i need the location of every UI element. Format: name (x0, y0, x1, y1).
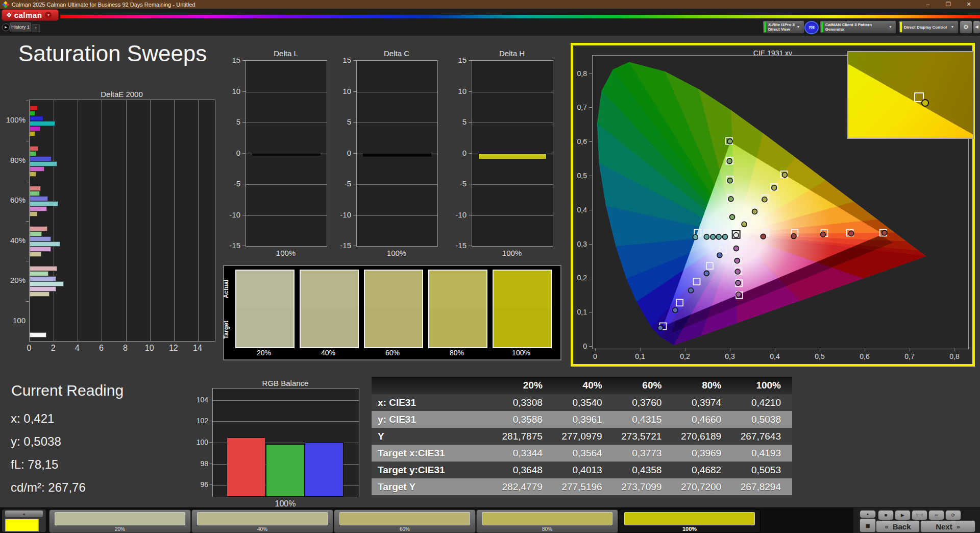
swatch-label: 100% (493, 349, 550, 357)
loop-continuous-button[interactable]: ∞ (928, 510, 944, 520)
table-cell: 281,7875 (494, 431, 554, 442)
gridline (246, 215, 327, 216)
x-tick (954, 348, 955, 351)
y-tick-label: 0 (446, 149, 467, 157)
y-tick (589, 107, 592, 108)
deltae-bar-60%-0 (30, 186, 41, 191)
step-pattern-button[interactable]: ⊢⊣ (912, 510, 927, 520)
swatch-40% (300, 270, 359, 348)
y-tick (353, 122, 356, 123)
table-column-header: 60% (614, 380, 673, 391)
table-cell: 0,4660 (673, 414, 732, 425)
table-cell: 273,7099 (614, 481, 673, 493)
measured-marker-blue (658, 325, 663, 330)
x-tick (685, 348, 685, 351)
measured-marker-yellow (782, 172, 787, 177)
minimize-button[interactable]: – (918, 0, 938, 9)
gridline (213, 421, 359, 422)
refresh-button[interactable]: ⟳ (945, 510, 961, 520)
swatch-60% (364, 270, 423, 348)
window-titlebar: Calman 2025 Calman Ultimate for Business… (0, 0, 980, 9)
rgb-bar-green (266, 444, 305, 497)
table-cell: 0,3540 (554, 397, 614, 408)
y-tick (589, 141, 592, 142)
pattern-generator-button[interactable]: CalMAN Client 3 Pattern Generator ▼ (820, 20, 896, 34)
y-tick (589, 74, 592, 74)
measured-marker-cyan (716, 234, 721, 239)
chevron-down-icon: ▼ (887, 23, 894, 31)
y-tick (469, 60, 472, 61)
table-cell: 0,3588 (494, 414, 554, 425)
rgb-bar-blue (305, 442, 344, 497)
y-tick (589, 346, 592, 347)
stop-pattern-button[interactable]: ■ (860, 518, 876, 532)
gridline (246, 184, 327, 185)
chevron-down-icon: ▼ (45, 12, 52, 18)
expand-up-button[interactable]: ▲ (860, 510, 876, 518)
measured-marker-red (820, 232, 825, 237)
close-button[interactable]: ✕ (959, 0, 979, 9)
measured-marker-magenta (736, 292, 741, 297)
row-label: Target Y (372, 481, 494, 493)
display-control-button[interactable]: Direct Display Control ▼ (898, 20, 959, 34)
back-label: Back (893, 522, 911, 531)
measured-marker-cyan (722, 234, 727, 239)
pattern-level-button-100%[interactable]: 100% (619, 510, 761, 533)
gridline (150, 100, 151, 341)
maximize-button[interactable]: ❐ (938, 0, 959, 9)
table-column-header: 20% (494, 380, 554, 391)
meter-mode: Direct View (768, 27, 795, 32)
next-button[interactable]: Next » (920, 520, 975, 532)
meter-badge: 708 (804, 21, 819, 34)
group-label: 20% (0, 276, 26, 284)
table-cell: 270,6189 (673, 431, 732, 442)
y-tick-label: 96 (188, 480, 208, 489)
pattern-level-button-60%[interactable]: 60% (334, 510, 476, 533)
pattern-level-label: 100% (619, 526, 760, 532)
table-cell: 282,4779 (494, 481, 554, 493)
delta-h-category: 100% (472, 249, 552, 257)
x-tick-label: 0,3 (720, 352, 740, 360)
table-cell: 0,4358 (614, 465, 673, 476)
x-tick-label: 8 (118, 344, 133, 353)
target-row-label: Target (223, 321, 230, 339)
swatch-label: 20% (235, 349, 292, 357)
pattern-level-button-40%[interactable]: 40% (191, 510, 333, 533)
display-status-stripe (900, 22, 902, 32)
play-icon-button[interactable]: ▶ (895, 510, 911, 520)
measured-marker-blue (689, 288, 694, 293)
table-cell: 0,4682 (673, 465, 732, 476)
deltae-bar-60%-1 (30, 191, 40, 196)
table-row: Target y:CIE310,36480,40130,43580,46820,… (372, 462, 792, 478)
y-tick-label: 104 (188, 396, 208, 404)
table-cell: 0,3974 (673, 397, 732, 408)
app-header: ❖ calman ▼ ▶ History 1 + X-Rite i1Pro 3 … (0, 9, 980, 36)
expand-up-button[interactable]: ▲ (5, 511, 43, 517)
tab-history-1[interactable]: History 1 (10, 22, 31, 32)
y-tick-label: 5 (331, 117, 351, 126)
gridline (198, 100, 199, 341)
settings-gear-button[interactable]: ⚙ (960, 20, 972, 34)
deltae2000-chart-title: DeltaE 2000 (29, 90, 214, 99)
back-button[interactable]: « Back (876, 520, 920, 532)
y-tick (209, 484, 212, 485)
y-tick (209, 421, 212, 421)
x-tick-label: 0 (585, 352, 605, 360)
pattern-level-button-80%[interactable]: 80% (476, 510, 618, 533)
calman-menu-button[interactable]: ❖ calman ▼ (2, 9, 59, 21)
pattern-level-button-20%[interactable]: 20% (49, 510, 191, 533)
meter-connect-button[interactable]: X-Rite i1Pro 3 Direct View ▼ (763, 20, 804, 34)
tab-scroll-button[interactable]: ▶ (2, 23, 10, 31)
collapse-panel-button[interactable]: ◀ (973, 20, 980, 34)
table-cell: 277,5196 (554, 481, 614, 493)
table-cell: 0,3344 (494, 448, 554, 459)
swatch-actual-100% (494, 271, 551, 309)
measured-marker-green (727, 178, 732, 183)
add-tab-button[interactable]: + (32, 24, 40, 32)
pattern-level-swatch (197, 512, 328, 525)
table-cell: 0,5053 (732, 465, 792, 476)
y-tick-label: 0,2 (565, 274, 587, 282)
stop-icon-button[interactable]: ■ (878, 510, 894, 520)
deltae-bar-40%-5 (30, 252, 41, 257)
x-tick-label: 0,4 (765, 352, 785, 360)
